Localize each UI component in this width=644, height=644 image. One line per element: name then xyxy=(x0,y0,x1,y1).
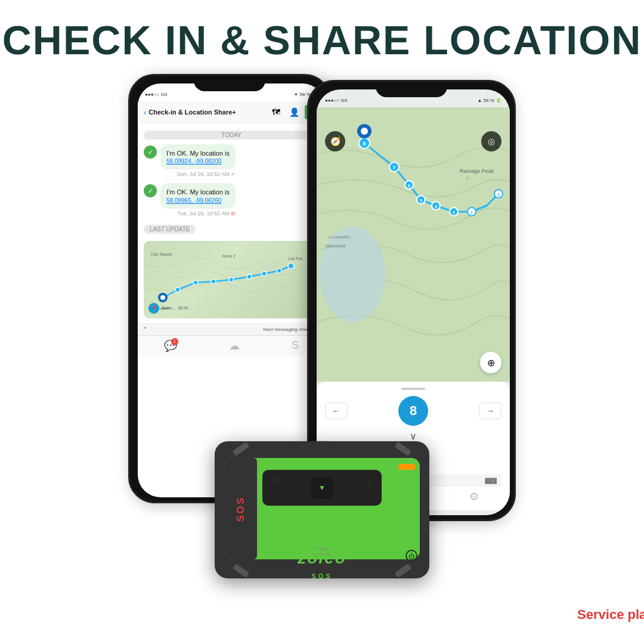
right-arrow-btn[interactable]: → xyxy=(479,402,501,419)
corner-tab-tl xyxy=(233,442,250,456)
bubble-coords-1: 58.09924, -99.08200 xyxy=(166,158,230,165)
svg-text:n Leandro: n Leandro xyxy=(329,234,351,240)
check-icon-1: ✓ xyxy=(144,145,157,159)
page-title: CHECK IN & SHARE LOCATION xyxy=(2,17,642,63)
map-svg-right: Ramage Peak △ Las n Leandro latershed 8 xyxy=(317,107,510,382)
svg-point-3 xyxy=(247,274,252,279)
svg-text:6: 6 xyxy=(408,184,410,188)
nav-bar-left: ‹ Check-in & Location Share+ 🗺 👤 ✓ xyxy=(138,101,325,123)
signal-dots-right: ●●●○○ GS xyxy=(325,98,348,103)
svg-point-4 xyxy=(229,277,234,282)
bubble-2: I'm OK. My location is 58.09965, -99.062… xyxy=(160,183,236,216)
crosshair-icon: ⊕ xyxy=(487,357,495,369)
date-label: TODAY xyxy=(144,131,319,140)
status-right-right: ▲ 58 % 🔋 xyxy=(477,98,501,103)
center-icon: ▼ xyxy=(318,484,326,492)
center-button[interactable]: ▼ xyxy=(311,477,333,499)
sos-side-panel: SOS xyxy=(224,458,257,559)
waypoint-circle: 8 xyxy=(398,396,428,426)
sos-side-text: SOS xyxy=(236,496,246,522)
svg-point-2 xyxy=(262,271,267,276)
expand-icon: ⌃ xyxy=(143,326,147,333)
back-button[interactable]: ‹ xyxy=(144,108,146,117)
orange-indicator xyxy=(398,464,415,470)
svg-point-9 xyxy=(160,295,165,300)
signal-dots: ●●●○○ GS xyxy=(145,92,168,97)
slide-handle xyxy=(401,388,425,390)
tab-weather[interactable]: ☁ xyxy=(229,339,240,352)
chat-icon-container: 💬 1 xyxy=(164,339,177,352)
tab-bar-left: 💬 1 ☁ S xyxy=(138,335,325,356)
chevron-down-icon: ∨ xyxy=(410,431,417,441)
svg-text:Las Fra...: Las Fra... xyxy=(288,256,306,261)
map-bg: Carr Ranch Rock 2 Las Fra... San Leandro… xyxy=(144,241,319,318)
notch-left xyxy=(194,76,265,91)
svg-text:1: 1 xyxy=(497,193,500,197)
sos-bottom-text: SOS xyxy=(311,572,332,580)
svg-text:2: 2 xyxy=(470,210,473,215)
next-check-bar: ⌃ Next messaging check in 1 xyxy=(138,323,325,335)
svg-point-1 xyxy=(277,268,281,273)
message-icon: ✉ xyxy=(271,474,280,487)
notch-right xyxy=(376,82,447,97)
svg-point-24 xyxy=(361,128,368,135)
person-icon-btn[interactable]: 👤 xyxy=(287,105,301,119)
sos-bottom-label: SOS xyxy=(311,572,332,580)
chat-badge: 1 xyxy=(171,338,178,345)
check-icon-2: ✓ xyxy=(144,184,157,197)
location-pin-icon: 📍 xyxy=(148,303,159,314)
svg-point-0 xyxy=(288,263,294,269)
location-center-btn[interactable]: ⊕ xyxy=(480,352,501,373)
left-arrow-btn[interactable]: ← xyxy=(325,402,348,419)
svg-text:7: 7 xyxy=(393,165,396,171)
device-container: SOS ▼ ✉ ✓ zoleo xyxy=(215,441,429,596)
zoleo-device: SOS ▼ ✉ ✓ zoleo xyxy=(215,441,429,578)
svg-text:Carr Ranch: Carr Ranch xyxy=(151,252,172,256)
svg-text:latershed: latershed xyxy=(326,243,345,249)
svg-text:Ramage Peak: Ramage Peak xyxy=(460,168,494,174)
nav-title: Check-in & Location Share+ xyxy=(148,109,269,116)
message-2: ✓ I'm OK. My location is 58.09965, -99.0… xyxy=(144,183,319,216)
pending-icon: ⊘ xyxy=(231,210,236,216)
compass-icon: 🧭 xyxy=(325,131,345,151)
last-update-label: LAST UPDATE xyxy=(144,225,196,234)
auto-location-label: Auto... xyxy=(162,305,175,311)
chat-area: TODAY ✓ I'm OK. My location is 58.09924,… xyxy=(138,123,325,323)
target-icon[interactable]: ◎ xyxy=(481,131,501,151)
svg-point-6 xyxy=(193,280,198,285)
svg-point-5 xyxy=(211,279,216,284)
map-thumbnail: Carr Ranch Rock 2 Las Fra... San Leandro… xyxy=(144,241,319,318)
svg-text:Rock 2: Rock 2 xyxy=(222,254,236,258)
device-center: ▼ xyxy=(262,470,382,506)
auto-location: 📍 Auto... 58.09... xyxy=(148,303,191,314)
bubble-time-1: Sun, Jul 26, 10:52 AM ✓ xyxy=(160,171,236,177)
service-label: Service plan required xyxy=(322,607,644,623)
message-1: ✓ I'm OK. My location is 58.09924, -99.0… xyxy=(144,144,319,177)
svg-text:8: 8 xyxy=(363,141,366,147)
page-container: CHECK IN & SHARE LOCATION ●●●○○ GS ✦ 58 … xyxy=(0,0,644,644)
bubble-text-1: I'm OK. My location is xyxy=(166,149,230,158)
tab-settings[interactable]: S xyxy=(292,339,299,352)
delivered-icon-1: ✓ xyxy=(231,171,236,177)
map-full: Ramage Peak △ Las n Leandro latershed 8 xyxy=(317,107,510,382)
svg-text:5: 5 xyxy=(420,199,422,203)
settings-btn-right[interactable]: ⚙ xyxy=(469,490,479,503)
svg-point-7 xyxy=(175,287,180,292)
iridium-text: ✦ iridium xyxy=(314,547,331,551)
last-update-section: LAST UPDATE xyxy=(144,222,319,237)
power-button[interactable]: ⏻ xyxy=(405,550,417,562)
bubble-coords-2: 58.09965, -99.06260 xyxy=(166,197,230,204)
iridium-connected: connected xyxy=(314,552,330,556)
svg-text:3: 3 xyxy=(453,210,455,215)
bubble-content-1: I'm OK. My location is 58.09924, -99.082… xyxy=(160,144,236,169)
map-icon-btn[interactable]: 🗺 xyxy=(269,105,283,119)
bubble-content-2: I'm OK. My location is 58.09965, -99.062… xyxy=(160,183,236,208)
svg-point-15 xyxy=(320,227,385,322)
auto-location-coords: 58.09... xyxy=(178,306,191,310)
battery-icon-right: ▓▓▓ xyxy=(485,478,497,484)
bubble-1: I'm OK. My location is 58.09924, -99.082… xyxy=(160,144,236,177)
tab-chat[interactable]: 💬 1 xyxy=(164,339,177,352)
svg-text:4: 4 xyxy=(435,205,437,209)
weather-icon: ☁ xyxy=(229,340,240,352)
power-icon: ⏻ xyxy=(408,553,414,559)
